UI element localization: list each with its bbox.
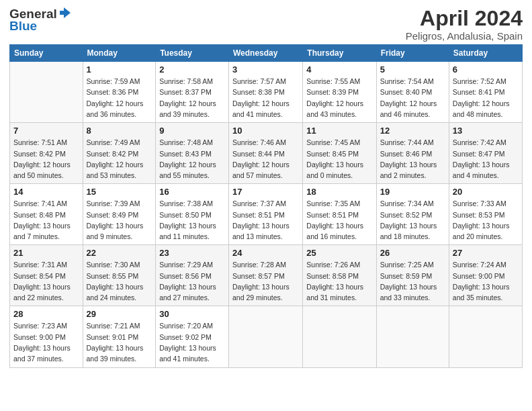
calendar-cell: 15Sunrise: 7:39 AM Sunset: 8:49 PM Dayli… bbox=[83, 184, 156, 245]
calendar-body: 1Sunrise: 7:59 AM Sunset: 8:36 PM Daylig… bbox=[10, 62, 523, 367]
day-info: Sunrise: 7:51 AM Sunset: 8:42 PM Dayligh… bbox=[13, 137, 79, 181]
calendar-cell: 28Sunrise: 7:23 AM Sunset: 9:00 PM Dayli… bbox=[10, 306, 83, 367]
day-number: 5 bbox=[380, 64, 445, 75]
calendar-cell: 11Sunrise: 7:45 AM Sunset: 8:45 PM Dayli… bbox=[303, 123, 376, 184]
calendar-cell: 24Sunrise: 7:28 AM Sunset: 8:57 PM Dayli… bbox=[229, 245, 303, 306]
day-info: Sunrise: 7:25 AM Sunset: 8:59 PM Dayligh… bbox=[380, 259, 445, 303]
calendar-cell: 5Sunrise: 7:54 AM Sunset: 8:40 PM Daylig… bbox=[376, 62, 449, 123]
title-block: April 2024 Peligros, Andalusia, Spain bbox=[406, 7, 523, 42]
calendar-cell: 17Sunrise: 7:37 AM Sunset: 8:51 PM Dayli… bbox=[229, 184, 303, 245]
col-sunday: Sunday bbox=[10, 45, 83, 62]
calendar-cell: 23Sunrise: 7:29 AM Sunset: 8:56 PM Dayli… bbox=[156, 245, 229, 306]
day-info: Sunrise: 7:35 AM Sunset: 8:51 PM Dayligh… bbox=[306, 198, 372, 242]
day-number: 11 bbox=[306, 126, 372, 136]
calendar-cell: 3Sunrise: 7:57 AM Sunset: 8:38 PM Daylig… bbox=[229, 62, 303, 123]
calendar-cell: 1Sunrise: 7:59 AM Sunset: 8:36 PM Daylig… bbox=[83, 62, 156, 123]
day-number: 22 bbox=[87, 248, 152, 258]
day-number: 29 bbox=[87, 309, 152, 319]
day-info: Sunrise: 7:38 AM Sunset: 8:50 PM Dayligh… bbox=[159, 198, 225, 242]
day-info: Sunrise: 7:45 AM Sunset: 8:45 PM Dayligh… bbox=[306, 137, 372, 181]
col-tuesday: Tuesday bbox=[156, 45, 229, 62]
calendar-week-4: 21Sunrise: 7:31 AM Sunset: 8:54 PM Dayli… bbox=[10, 245, 523, 306]
day-number: 27 bbox=[453, 248, 519, 258]
day-info: Sunrise: 7:28 AM Sunset: 8:57 PM Dayligh… bbox=[232, 259, 299, 303]
calendar-header-row: Sunday Monday Tuesday Wednesday Thursday… bbox=[10, 45, 523, 62]
day-number: 3 bbox=[232, 64, 299, 75]
day-number: 8 bbox=[87, 126, 152, 136]
day-info: Sunrise: 7:42 AM Sunset: 8:47 PM Dayligh… bbox=[453, 137, 519, 181]
calendar-cell bbox=[10, 62, 83, 123]
calendar-cell: 27Sunrise: 7:24 AM Sunset: 9:00 PM Dayli… bbox=[449, 245, 522, 306]
day-info: Sunrise: 7:49 AM Sunset: 8:42 PM Dayligh… bbox=[87, 137, 152, 181]
day-info: Sunrise: 7:54 AM Sunset: 8:40 PM Dayligh… bbox=[380, 76, 445, 120]
day-number: 20 bbox=[453, 187, 519, 197]
day-number: 17 bbox=[232, 187, 299, 197]
day-info: Sunrise: 7:57 AM Sunset: 8:38 PM Dayligh… bbox=[232, 76, 299, 120]
location: Peligros, Andalusia, Spain bbox=[406, 30, 523, 42]
col-friday: Friday bbox=[376, 45, 449, 62]
calendar-cell: 26Sunrise: 7:25 AM Sunset: 8:59 PM Dayli… bbox=[376, 245, 449, 306]
day-number: 1 bbox=[87, 64, 152, 75]
header: General Blue April 2024 Peligros, Andalu… bbox=[9, 7, 523, 42]
day-info: Sunrise: 7:31 AM Sunset: 8:54 PM Dayligh… bbox=[13, 259, 79, 303]
calendar-cell: 6Sunrise: 7:52 AM Sunset: 8:41 PM Daylig… bbox=[449, 62, 522, 123]
day-number: 25 bbox=[306, 248, 372, 258]
day-number: 9 bbox=[159, 126, 225, 136]
day-number: 6 bbox=[453, 64, 519, 75]
logo-arrow-icon bbox=[58, 6, 72, 19]
calendar-cell: 16Sunrise: 7:38 AM Sunset: 8:50 PM Dayli… bbox=[156, 184, 229, 245]
day-info: Sunrise: 7:33 AM Sunset: 8:53 PM Dayligh… bbox=[453, 198, 519, 242]
calendar-cell: 18Sunrise: 7:35 AM Sunset: 8:51 PM Dayli… bbox=[303, 184, 376, 245]
col-saturday: Saturday bbox=[449, 45, 522, 62]
calendar-cell: 12Sunrise: 7:44 AM Sunset: 8:46 PM Dayli… bbox=[376, 123, 449, 184]
calendar-cell: 30Sunrise: 7:20 AM Sunset: 9:02 PM Dayli… bbox=[156, 306, 229, 367]
day-info: Sunrise: 7:30 AM Sunset: 8:55 PM Dayligh… bbox=[87, 259, 152, 303]
day-info: Sunrise: 7:20 AM Sunset: 9:02 PM Dayligh… bbox=[159, 320, 225, 364]
day-number: 21 bbox=[13, 248, 79, 258]
calendar-cell: 2Sunrise: 7:58 AM Sunset: 8:37 PM Daylig… bbox=[156, 62, 229, 123]
calendar-cell bbox=[449, 306, 522, 367]
calendar-cell: 22Sunrise: 7:30 AM Sunset: 8:55 PM Dayli… bbox=[83, 245, 156, 306]
day-info: Sunrise: 7:46 AM Sunset: 8:44 PM Dayligh… bbox=[232, 137, 299, 181]
month-title: April 2024 bbox=[406, 7, 523, 30]
day-number: 16 bbox=[159, 187, 225, 197]
day-info: Sunrise: 7:29 AM Sunset: 8:56 PM Dayligh… bbox=[159, 259, 225, 303]
calendar-cell: 7Sunrise: 7:51 AM Sunset: 8:42 PM Daylig… bbox=[10, 123, 83, 184]
day-info: Sunrise: 7:59 AM Sunset: 8:36 PM Dayligh… bbox=[87, 76, 152, 120]
col-wednesday: Wednesday bbox=[229, 45, 303, 62]
day-number: 7 bbox=[13, 126, 79, 136]
day-number: 19 bbox=[380, 187, 445, 197]
logo: General Blue bbox=[9, 7, 72, 34]
calendar-cell: 14Sunrise: 7:41 AM Sunset: 8:48 PM Dayli… bbox=[10, 184, 83, 245]
calendar-cell: 4Sunrise: 7:55 AM Sunset: 8:39 PM Daylig… bbox=[303, 62, 376, 123]
day-info: Sunrise: 7:52 AM Sunset: 8:41 PM Dayligh… bbox=[453, 76, 519, 120]
day-info: Sunrise: 7:44 AM Sunset: 8:46 PM Dayligh… bbox=[380, 137, 445, 181]
day-number: 13 bbox=[453, 126, 519, 136]
col-thursday: Thursday bbox=[303, 45, 376, 62]
calendar-cell bbox=[229, 306, 303, 367]
page-container: General Blue April 2024 Peligros, Andalu… bbox=[0, 0, 532, 375]
calendar-cell: 9Sunrise: 7:48 AM Sunset: 8:43 PM Daylig… bbox=[156, 123, 229, 184]
calendar-cell: 21Sunrise: 7:31 AM Sunset: 8:54 PM Dayli… bbox=[10, 245, 83, 306]
calendar-table: Sunday Monday Tuesday Wednesday Thursday… bbox=[9, 44, 523, 367]
calendar-cell: 13Sunrise: 7:42 AM Sunset: 8:47 PM Dayli… bbox=[449, 123, 522, 184]
calendar-cell bbox=[303, 306, 376, 367]
day-info: Sunrise: 7:41 AM Sunset: 8:48 PM Dayligh… bbox=[13, 198, 79, 242]
day-number: 24 bbox=[232, 248, 299, 258]
calendar-cell: 25Sunrise: 7:26 AM Sunset: 8:58 PM Dayli… bbox=[303, 245, 376, 306]
day-info: Sunrise: 7:48 AM Sunset: 8:43 PM Dayligh… bbox=[159, 137, 225, 181]
calendar-cell: 10Sunrise: 7:46 AM Sunset: 8:44 PM Dayli… bbox=[229, 123, 303, 184]
logo-blue-text: Blue bbox=[9, 19, 37, 34]
day-info: Sunrise: 7:34 AM Sunset: 8:52 PM Dayligh… bbox=[380, 198, 445, 242]
calendar-week-5: 28Sunrise: 7:23 AM Sunset: 9:00 PM Dayli… bbox=[10, 306, 523, 367]
col-monday: Monday bbox=[83, 45, 156, 62]
day-number: 10 bbox=[232, 126, 299, 136]
day-number: 18 bbox=[306, 187, 372, 197]
calendar-cell: 8Sunrise: 7:49 AM Sunset: 8:42 PM Daylig… bbox=[83, 123, 156, 184]
day-number: 12 bbox=[380, 126, 445, 136]
day-info: Sunrise: 7:55 AM Sunset: 8:39 PM Dayligh… bbox=[306, 76, 372, 120]
day-info: Sunrise: 7:23 AM Sunset: 9:00 PM Dayligh… bbox=[13, 320, 79, 364]
day-info: Sunrise: 7:26 AM Sunset: 8:58 PM Dayligh… bbox=[306, 259, 372, 303]
day-info: Sunrise: 7:24 AM Sunset: 9:00 PM Dayligh… bbox=[453, 259, 519, 303]
calendar-cell: 19Sunrise: 7:34 AM Sunset: 8:52 PM Dayli… bbox=[376, 184, 449, 245]
